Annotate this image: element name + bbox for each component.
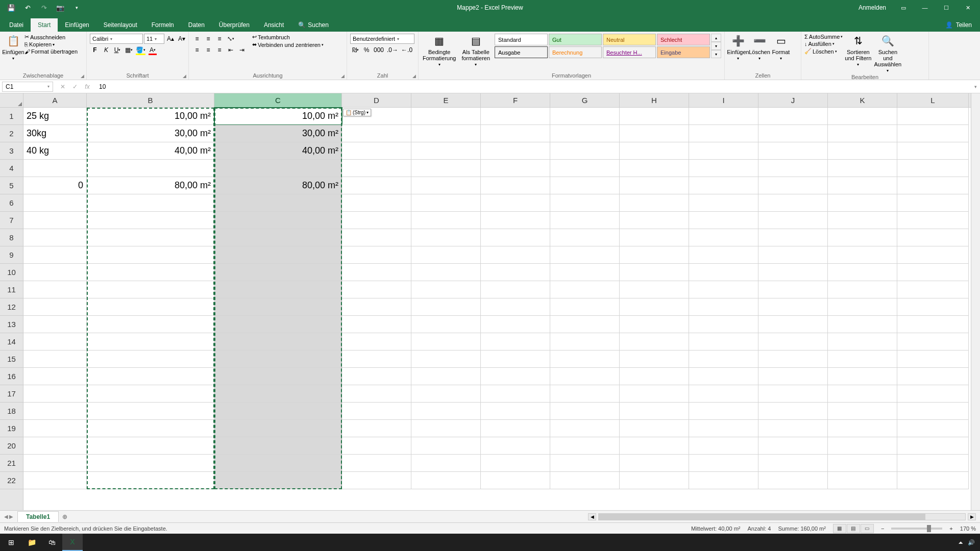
column-header-G[interactable]: G — [550, 93, 620, 107]
cell-E8[interactable] — [411, 229, 481, 246]
cell-D19[interactable] — [342, 420, 411, 437]
cell-L17[interactable] — [897, 385, 969, 403]
cell-H8[interactable] — [620, 229, 689, 246]
excel-taskbar-icon[interactable]: X — [62, 534, 83, 551]
cell-A15[interactable] — [23, 350, 87, 368]
cell-J13[interactable] — [758, 316, 828, 333]
zoom-in-icon[interactable]: + — [949, 525, 952, 532]
cell-F5[interactable] — [481, 177, 550, 194]
cell-K12[interactable] — [828, 298, 897, 316]
row-header-12[interactable]: 12 — [0, 298, 23, 316]
cell-D18[interactable] — [342, 403, 411, 420]
font-name-combo[interactable]: Calibri▾ — [90, 34, 143, 44]
row-header-4[interactable]: 4 — [0, 160, 23, 177]
cell-I5[interactable] — [689, 177, 758, 194]
cell-H12[interactable] — [620, 298, 689, 316]
cell-E9[interactable] — [411, 246, 481, 264]
row-header-9[interactable]: 9 — [0, 246, 23, 264]
cell-E3[interactable] — [411, 142, 481, 160]
increase-decimal-icon[interactable]: .0→ — [386, 45, 399, 55]
row-header-20[interactable]: 20 — [0, 437, 23, 455]
cell-G21[interactable] — [550, 455, 620, 472]
cell-F15[interactable] — [481, 350, 550, 368]
cell-K16[interactable] — [828, 368, 897, 385]
cell-I12[interactable] — [689, 298, 758, 316]
cell-C21[interactable] — [214, 455, 342, 472]
cell-L22[interactable] — [897, 472, 969, 489]
cell-B20[interactable] — [87, 437, 214, 455]
cell-L1[interactable] — [897, 108, 969, 125]
cell-B22[interactable] — [87, 472, 214, 489]
close-icon[interactable]: ✕ — [958, 0, 978, 15]
cell-H6[interactable] — [620, 194, 689, 212]
column-header-F[interactable]: F — [481, 93, 550, 107]
dialog-launcher-icon[interactable]: ◢ — [81, 73, 84, 79]
cell-J19[interactable] — [758, 420, 828, 437]
merge-button[interactable]: ⬌Verbinden und zentrieren▾ — [252, 41, 324, 48]
cell-K7[interactable] — [828, 212, 897, 229]
cell-B2[interactable]: 30,00 m² — [87, 125, 214, 142]
cell-J18[interactable] — [758, 403, 828, 420]
cell-K10[interactable] — [828, 264, 897, 281]
save-icon[interactable]: 💾 — [4, 2, 18, 14]
cell-D7[interactable] — [342, 212, 411, 229]
row-header-17[interactable]: 17 — [0, 385, 23, 403]
align-top-icon[interactable]: ≡ — [192, 34, 202, 44]
cell-F16[interactable] — [481, 368, 550, 385]
tab-insert[interactable]: Einfügen — [58, 18, 96, 32]
cell-G3[interactable] — [550, 142, 620, 160]
cell-L10[interactable] — [897, 264, 969, 281]
ribbon-display-icon[interactable]: ▭ — [893, 0, 914, 15]
percent-icon[interactable]: % — [361, 45, 372, 55]
cell-G15[interactable] — [550, 350, 620, 368]
cell-B13[interactable] — [87, 316, 214, 333]
font-size-combo[interactable]: 11▾ — [144, 34, 164, 44]
cell-L19[interactable] — [897, 420, 969, 437]
cell-D11[interactable] — [342, 281, 411, 298]
orientation-icon[interactable]: ⤡▾ — [226, 34, 236, 44]
cell-D6[interactable] — [342, 194, 411, 212]
cell-L5[interactable] — [897, 177, 969, 194]
cell-D8[interactable] — [342, 229, 411, 246]
tab-layout[interactable]: Seitenlayout — [96, 18, 144, 32]
cell-A18[interactable] — [23, 403, 87, 420]
cell-B19[interactable] — [87, 420, 214, 437]
align-left-icon[interactable]: ≡ — [192, 45, 202, 55]
styles-more-icon[interactable]: ▾ — [711, 50, 721, 58]
cell-H3[interactable] — [620, 142, 689, 160]
cell-G4[interactable] — [550, 160, 620, 177]
sheet-nav[interactable]: ◀▶ — [0, 514, 17, 519]
column-header-E[interactable]: E — [411, 93, 481, 107]
cell-J16[interactable] — [758, 368, 828, 385]
cell-H16[interactable] — [620, 368, 689, 385]
cell-C22[interactable] — [214, 472, 342, 489]
cell-C6[interactable] — [214, 194, 342, 212]
delete-cells-button[interactable]: ➖Löschen▾ — [749, 34, 770, 61]
cell-B5[interactable]: 80,00 m² — [87, 177, 214, 194]
style-ausgabe[interactable]: Ausgabe — [495, 46, 548, 58]
spreadsheet-grid[interactable]: ABCDEFGHIJKL 123456789101112131415161718… — [0, 93, 980, 510]
cell-F3[interactable] — [481, 142, 550, 160]
cell-H2[interactable] — [620, 125, 689, 142]
cell-F12[interactable] — [481, 298, 550, 316]
cell-H1[interactable] — [620, 108, 689, 125]
cell-A7[interactable] — [23, 212, 87, 229]
cell-A17[interactable] — [23, 385, 87, 403]
cell-E12[interactable] — [411, 298, 481, 316]
cell-G5[interactable] — [550, 177, 620, 194]
cell-A20[interactable] — [23, 437, 87, 455]
cell-I22[interactable] — [689, 472, 758, 489]
cell-C1[interactable]: 10,00 m² — [214, 108, 342, 125]
cell-E18[interactable] — [411, 403, 481, 420]
decrease-font-icon[interactable]: A▾ — [177, 34, 187, 44]
cell-C10[interactable] — [214, 264, 342, 281]
cell-E4[interactable] — [411, 160, 481, 177]
cell-J20[interactable] — [758, 437, 828, 455]
cell-K14[interactable] — [828, 333, 897, 350]
cell-G19[interactable] — [550, 420, 620, 437]
row-header-2[interactable]: 2 — [0, 125, 23, 142]
cell-I10[interactable] — [689, 264, 758, 281]
cell-D22[interactable] — [342, 472, 411, 489]
tab-formulas[interactable]: Formeln — [144, 18, 181, 32]
cell-J12[interactable] — [758, 298, 828, 316]
